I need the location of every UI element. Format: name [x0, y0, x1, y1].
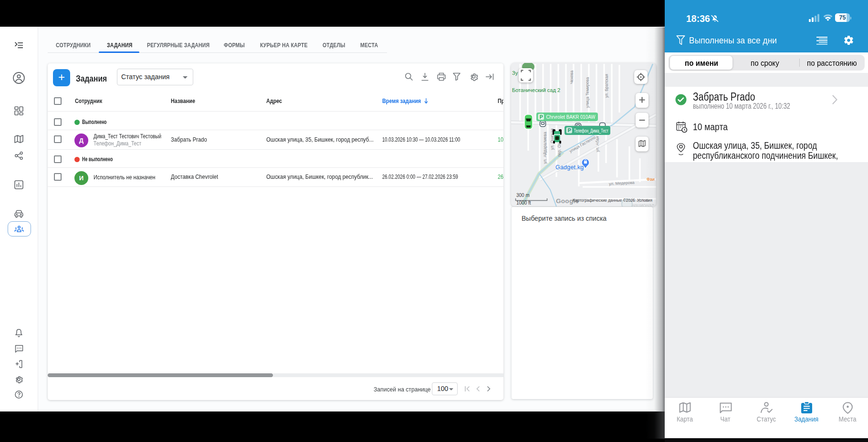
svg-text:ул. Братская: ул. Братская: [604, 74, 609, 98]
svg-text:P: P: [540, 114, 543, 120]
svg-text:Картографические данные ©2026: Картографические данные ©2026: [573, 198, 635, 203]
svg-text:P: P: [568, 127, 571, 133]
svg-text:ул. Айдаралиева: ул. Айдаралиева: [543, 132, 547, 164]
svg-text:улица Темирова: улица Темирова: [585, 77, 590, 108]
svg-text:Chrvrolet BAKR 010AW: Chrvrolet BAKR 010AW: [546, 114, 596, 120]
svg-text:Зу: Зу: [512, 70, 518, 76]
svg-text:300 m: 300 m: [516, 193, 530, 198]
svg-text:Телефон_Дима_Тест: Телефон_Дима_Тест: [574, 128, 608, 134]
svg-text:1000 ft: 1000 ft: [516, 200, 531, 206]
svg-text:Чехова: Чехова: [569, 71, 574, 84]
svg-text:Ботанический сад 2: Ботанический сад 2: [512, 87, 560, 93]
svg-text:Gadget.kg: Gadget.kg: [555, 164, 584, 171]
